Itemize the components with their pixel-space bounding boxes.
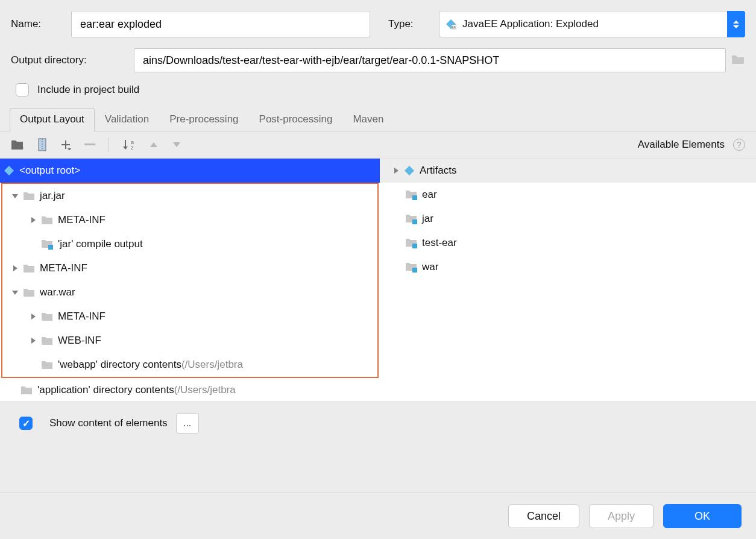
tree-item-meta[interactable]: META-INF [2,256,377,280]
output-tree[interactable]: <output root> jar.jar META-INF [0,159,380,402]
tree-module-test-ear[interactable]: test-ear [380,231,756,255]
folder-icon [41,312,53,321]
type-value: JavaEE Application: Exploded [462,18,599,30]
svg-marker-8 [68,148,71,150]
tree-item-jar-meta[interactable]: META-INF [2,208,377,232]
svg-rect-19 [412,195,417,200]
tree-module-war[interactable]: war [380,255,756,279]
diamond-icon [4,165,14,176]
available-elements-label: Available Elements [638,139,725,151]
arrow-right-icon[interactable] [29,217,37,223]
svg-marker-18 [405,166,414,175]
include-build-checkbox[interactable] [16,83,29,96]
tree-module-jar[interactable]: jar [380,207,756,231]
svg-marker-14 [150,142,157,147]
include-build-label: Include in project build [37,84,139,96]
svg-text:+: + [22,144,24,151]
tab-validation[interactable]: Validation [95,108,159,131]
tree-item-webapp[interactable]: 'webapp' directory contents (/Users/jetb… [2,353,377,377]
ellipsis-button[interactable]: ... [176,413,199,433]
new-archive-icon[interactable] [37,138,47,151]
svg-rect-17 [48,245,53,250]
output-dir-label: Output directory: [11,54,134,66]
available-tree[interactable]: Artifacts ear jar test-ear war [380,159,756,402]
tree-item-jar-compile[interactable]: 'jar' compile output [2,232,377,256]
tree-item-application[interactable]: 'application' directory contents (/Users… [0,378,380,402]
folder-icon [23,191,35,201]
svg-marker-16 [4,166,14,175]
tab-post-processing[interactable]: Post-processing [249,108,343,131]
tab-maven[interactable]: Maven [342,108,394,131]
svg-marker-11 [123,147,128,150]
folder-icon [23,288,35,297]
toolbar-divider [109,137,109,152]
output-dir-input[interactable] [134,48,726,72]
add-icon[interactable] [60,139,71,150]
folder-icon [41,215,53,225]
svg-rect-21 [412,244,417,248]
name-input[interactable] [71,11,370,37]
svg-text:EE: EE [452,25,456,29]
javaee-icon: EE [446,19,456,30]
help-icon[interactable]: ? [733,139,745,151]
show-content-label: Show content of elements [49,417,168,429]
arrow-right-icon[interactable] [29,338,37,344]
tab-output-layout[interactable]: Output Layout [10,108,95,131]
arrow-right-icon[interactable] [11,265,19,271]
arrow-down-icon[interactable] [11,291,19,295]
type-combo[interactable]: EE JavaEE Application: Exploded [439,11,745,37]
move-up-icon[interactable] [149,141,159,148]
svg-marker-15 [173,142,180,147]
tabs: Output Layout Validation Pre-processing … [0,107,756,131]
move-down-icon[interactable] [172,141,181,148]
highlight-box: jar.jar META-INF 'jar' compile output [1,183,379,378]
svg-rect-9 [84,143,95,145]
tree-item-war-web[interactable]: WEB-INF [2,329,377,353]
cancel-button[interactable]: Cancel [508,504,579,528]
svg-rect-20 [412,219,417,224]
svg-text:z: z [131,145,134,151]
ok-button[interactable]: OK [663,504,742,528]
folder-icon [23,263,35,273]
show-content-checkbox[interactable] [19,417,33,430]
folder-icon [41,360,53,370]
type-label: Type: [388,18,439,30]
combo-arrows-icon[interactable] [727,11,745,37]
module-icon [405,213,417,224]
tree-artifacts[interactable]: Artifacts [380,159,756,183]
folder-icon [20,385,33,395]
new-folder-icon[interactable]: + [11,139,24,151]
name-label: Name: [11,18,71,30]
folder-icon [41,336,53,345]
tree-item-war-meta[interactable]: META-INF [2,304,377,329]
module-icon [405,189,417,200]
browse-folder-icon[interactable] [731,53,745,68]
module-icon [405,238,417,248]
tree-module-ear[interactable]: ear [380,183,756,207]
sort-icon[interactable]: az [122,138,136,151]
tree-output-root[interactable]: <output root> [0,159,380,183]
tree-item-war[interactable]: war.war [2,280,377,304]
arrow-right-icon[interactable] [392,168,400,174]
tree-label: <output root> [19,165,80,177]
svg-rect-22 [412,268,417,273]
arrow-right-icon[interactable] [29,314,37,320]
module-icon [41,239,53,250]
arrow-down-icon[interactable] [11,194,19,198]
remove-icon[interactable] [84,143,95,146]
module-icon [405,262,417,273]
tree-item-jar[interactable]: jar.jar [2,184,377,208]
apply-button[interactable]: Apply [589,504,654,528]
diamond-icon [404,165,415,176]
tab-pre-processing[interactable]: Pre-processing [159,108,248,131]
